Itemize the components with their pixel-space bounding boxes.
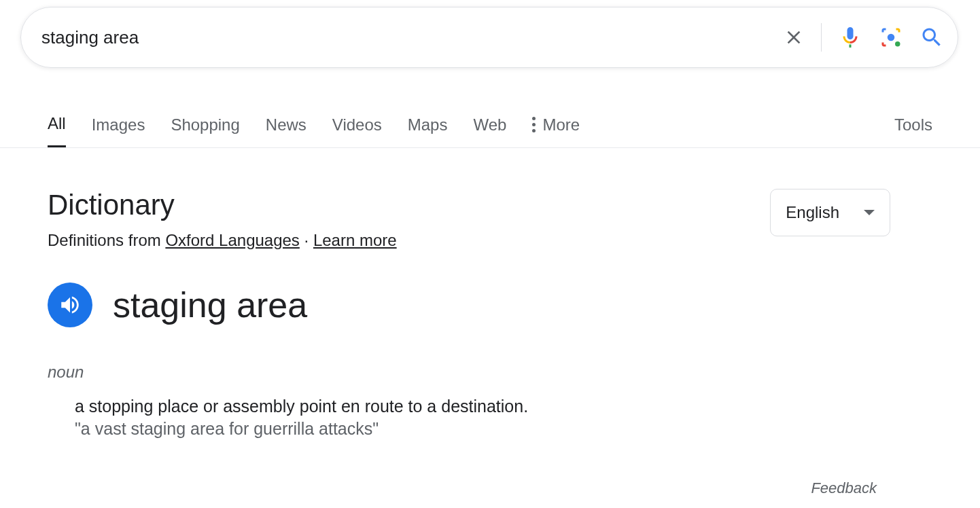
learn-more-link[interactable]: Learn more (313, 231, 397, 249)
word-headword: staging area (113, 285, 307, 325)
pronounce-button[interactable] (48, 283, 92, 327)
source-link[interactable]: Oxford Languages (165, 231, 299, 249)
tab-news[interactable]: News (266, 103, 307, 147)
svg-point-1 (895, 41, 900, 47)
main-content: Dictionary Definitions from Oxford Langu… (0, 148, 938, 508)
search-bar (20, 7, 958, 68)
voice-search-icon[interactable] (838, 25, 862, 50)
more-dots-icon (532, 117, 536, 132)
language-selector[interactable]: English (770, 189, 890, 236)
definitions-prefix: Definitions from (48, 231, 165, 249)
tab-all[interactable]: All (48, 102, 66, 147)
feedback-link[interactable]: Feedback (48, 479, 890, 497)
tabs-bar: All Images Shopping News Videos Maps Web… (0, 102, 980, 148)
clear-icon[interactable] (783, 26, 805, 48)
separator: · (300, 231, 313, 249)
search-input[interactable] (41, 27, 783, 48)
tab-more[interactable]: More (532, 103, 580, 147)
dictionary-subtitle: Definitions from Oxford Languages · Lear… (48, 231, 397, 250)
tools-button[interactable]: Tools (894, 103, 932, 147)
definition-text: a stopping place or assembly point en ro… (75, 397, 890, 416)
lens-search-icon[interactable] (879, 25, 903, 50)
part-of-speech: noun (48, 363, 890, 382)
svg-point-0 (888, 34, 895, 41)
example-text: "a vast staging area for guerrilla attac… (75, 419, 890, 439)
tab-videos[interactable]: Videos (332, 103, 382, 147)
tab-maps[interactable]: Maps (408, 103, 448, 147)
tab-more-label: More (542, 115, 580, 134)
language-label: English (786, 203, 839, 222)
divider (821, 23, 822, 52)
speaker-icon (58, 293, 82, 316)
tab-shopping[interactable]: Shopping (171, 103, 239, 147)
dictionary-heading: Dictionary (48, 189, 397, 221)
chevron-down-icon (864, 210, 875, 215)
tab-images[interactable]: Images (92, 103, 145, 147)
tab-web[interactable]: Web (473, 103, 506, 147)
search-icon[interactable] (920, 25, 944, 50)
